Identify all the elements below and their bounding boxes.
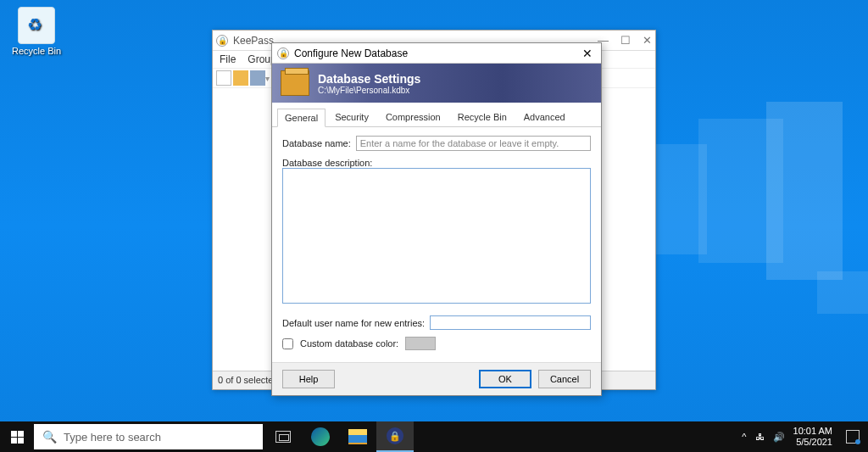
recycle-bin-icon	[18, 7, 55, 44]
dropdown-icon[interactable]: ▾	[265, 74, 270, 83]
toolbar-save-icon[interactable]	[250, 70, 265, 86]
desktop-icon-recycle-bin[interactable]: Recycle Bin	[7, 7, 66, 56]
tab-compression[interactable]: Compression	[378, 108, 448, 126]
recycle-bin-label: Recycle Bin	[7, 46, 66, 56]
banner-title: Database Settings	[318, 72, 420, 86]
keepass-icon: 🔒	[216, 35, 228, 47]
task-view-button[interactable]	[264, 421, 302, 452]
edge-icon	[311, 427, 330, 446]
dialog-close-button[interactable]: ✕	[579, 47, 596, 60]
clock-time: 10:01 AM	[793, 426, 832, 437]
banner-path: C:\MyFile\Personal.kdbx	[318, 86, 420, 95]
file-explorer-icon	[348, 429, 367, 444]
toolbar-new-icon[interactable]	[216, 70, 231, 86]
tab-advanced[interactable]: Advanced	[516, 108, 573, 126]
db-name-label: Database name:	[282, 138, 351, 148]
dialog-tabs: General Security Compression Recycle Bin…	[277, 103, 596, 126]
dialog-title: Configure New Database	[294, 47, 408, 59]
close-button[interactable]: ✕	[643, 34, 652, 47]
dialog-banner: Database Settings C:\MyFile\Personal.kdb…	[272, 64, 601, 103]
color-swatch[interactable]	[405, 337, 436, 350]
default-user-input[interactable]	[430, 315, 591, 330]
windows-logo-icon	[11, 431, 24, 444]
start-button[interactable]	[0, 421, 34, 452]
tray-network-icon[interactable]: 🖧	[755, 432, 765, 442]
cancel-button[interactable]: Cancel	[538, 370, 591, 388]
custom-color-label: Custom database color:	[300, 338, 398, 349]
taskbar-clock[interactable]: 10:01 AM 5/5/2021	[793, 426, 832, 448]
menu-file[interactable]: File	[220, 53, 236, 65]
search-icon: 🔍	[42, 430, 57, 444]
tray-overflow-icon[interactable]: ^	[742, 432, 746, 442]
taskbar-search[interactable]: 🔍 Type here to search	[34, 424, 263, 449]
ok-button[interactable]: OK	[479, 370, 531, 388]
task-view-icon	[275, 431, 291, 443]
taskbar-app-explorer[interactable]	[339, 421, 376, 452]
folder-icon	[281, 70, 309, 96]
system-tray: ^ 🖧 🔊 10:01 AM 5/5/2021	[737, 426, 868, 448]
search-placeholder: Type here to search	[64, 431, 161, 444]
keepass-taskbar-icon: 🔒	[387, 427, 403, 444]
tab-security[interactable]: Security	[327, 108, 376, 126]
keepass-icon: 🔒	[277, 47, 289, 59]
maximize-button[interactable]: ☐	[620, 34, 631, 47]
custom-color-checkbox[interactable]	[282, 338, 293, 349]
clock-date: 5/5/2021	[793, 437, 832, 448]
tab-recycle-bin[interactable]: Recycle Bin	[450, 108, 515, 126]
tab-general[interactable]: General	[277, 109, 326, 127]
configure-db-dialog: 🔒 Configure New Database ✕ Database Sett…	[271, 42, 602, 396]
toolbar-open-icon[interactable]	[233, 70, 248, 86]
taskbar-app-edge[interactable]	[302, 421, 339, 452]
help-button[interactable]: Help	[282, 370, 335, 388]
db-desc-label: Database description:	[282, 158, 372, 168]
default-user-label: Default user name for new entries:	[282, 318, 425, 328]
tray-volume-icon[interactable]: 🔊	[773, 432, 785, 443]
keepass-title: KeePass	[233, 35, 274, 47]
db-desc-textarea[interactable]	[282, 168, 591, 304]
taskbar-app-keepass[interactable]: 🔒	[376, 421, 414, 452]
taskbar: 🔍 Type here to search 🔒 ^ 🖧 🔊 10:01 AM 5…	[0, 421, 868, 452]
action-center-icon[interactable]	[846, 430, 860, 444]
db-name-input[interactable]	[356, 136, 591, 151]
dialog-titlebar[interactable]: 🔒 Configure New Database ✕	[272, 43, 601, 64]
